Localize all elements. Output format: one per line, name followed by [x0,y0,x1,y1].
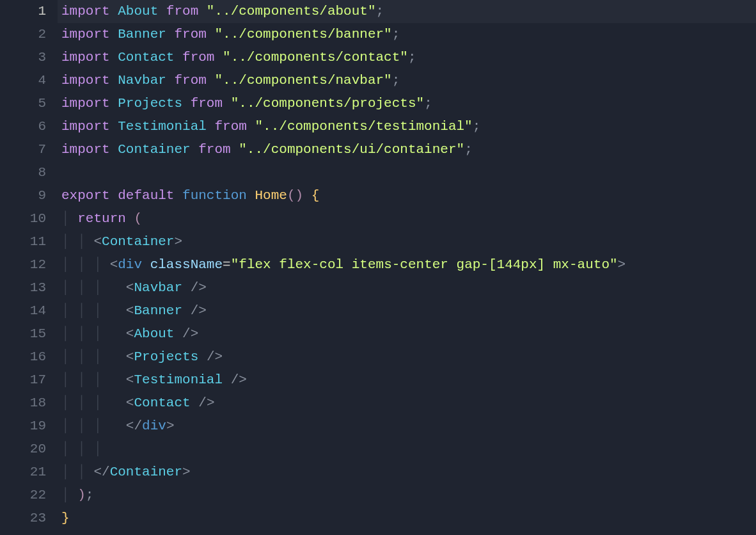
code-line[interactable]: │ │ │ <About /> [61,323,756,346]
code-line[interactable]: import Banner from "../components/banner… [61,23,756,46]
token: from [207,119,255,134]
code-line[interactable]: │ return ( [61,207,756,230]
code-line[interactable]: import About from "../components/about"; [58,0,756,23]
token [110,419,126,433]
token [110,372,126,387]
token: │ │ │ [61,395,110,410]
token: from [158,4,207,19]
token: │ [61,488,77,502]
code-line[interactable]: │ │ │ [61,438,756,461]
token: "../components/projects" [231,96,424,111]
line-number: 10 [0,207,46,230]
token: "../components/banner" [214,27,391,42]
line-number: 15 [0,323,46,346]
token: /> [223,372,247,387]
code-line[interactable]: │ │ │ <Testimonial /> [61,369,756,392]
token [110,326,126,341]
token: Testimonial [134,372,223,387]
token: Container [110,465,182,479]
token [110,303,126,318]
token: Container [118,142,190,157]
token: Contact [134,395,190,410]
token: from [191,142,239,157]
code-area[interactable]: import About from "../components/about";… [61,0,756,535]
token: < [126,326,134,341]
line-number: 3 [0,46,46,69]
code-line[interactable]: import Testimonial from "../components/t… [61,115,756,138]
code-line[interactable]: │ │ │ <Contact /> [61,392,756,415]
token: ; [392,27,400,42]
token: Container [102,234,174,249]
line-number: 7 [0,138,46,161]
line-number: 19 [0,415,46,438]
token: < [126,372,134,387]
line-number: 2 [0,23,46,46]
code-line[interactable]: import Navbar from "../components/navbar… [61,69,756,92]
token [110,280,126,295]
token: ; [424,96,432,111]
token: < [126,303,134,318]
code-line[interactable]: │ │ │ </div> [61,415,756,438]
line-number: 5 [0,92,46,115]
token: Contact [118,50,174,65]
token: │ [61,211,77,226]
token [110,395,126,410]
line-number: 22 [0,484,46,507]
code-line[interactable]: import Container from "../components/ui/… [61,138,756,161]
token: /> [198,349,223,364]
token: < [110,257,118,272]
code-line[interactable]: │ │ <Container> [61,230,756,253]
token: ; [464,142,473,157]
token: "flex flex-col items-center gap-[144px] … [231,257,618,272]
token: > [182,465,191,479]
code-line[interactable]: import Projects from "../components/proj… [61,92,756,115]
token: │ │ │ [61,442,102,456]
token: ; [473,119,481,134]
line-number: 1 [0,0,46,23]
token: │ │ [61,234,93,249]
token: import [61,50,118,65]
token: /> [191,395,215,410]
code-line[interactable] [61,161,756,184]
token: < [126,349,134,364]
token: │ │ │ [61,372,110,387]
code-line[interactable]: │ ); [61,484,756,507]
code-line[interactable]: │ │ </Container> [61,461,756,484]
token: │ │ │ [61,349,110,364]
token: ; [86,488,94,502]
token: About [118,4,158,19]
token: import [61,27,118,42]
token: ( [134,211,142,226]
token: < [126,395,134,410]
code-line[interactable]: } [61,507,756,530]
token: import [61,142,118,157]
code-line[interactable]: export default function Home() { [61,184,756,207]
code-line[interactable]: │ │ │ <Banner /> [61,299,756,323]
token: Projects [118,96,182,111]
line-number: 8 [0,161,46,184]
token: className [150,257,223,272]
code-line[interactable]: │ │ │ <Projects /> [61,346,756,369]
token: │ │ [61,465,93,479]
token: │ │ │ [61,257,110,272]
token: │ │ │ [61,419,110,433]
line-number: 13 [0,276,46,299]
token: { [311,188,320,203]
token: │ │ │ [61,280,110,295]
code-line[interactable]: │ │ │ <div className="flex flex-col item… [61,253,756,276]
code-line[interactable]: │ │ │ <Navbar /> [61,276,756,299]
token: Banner [118,27,166,42]
token: /> [182,303,207,318]
line-number: 4 [0,69,46,92]
token: </ [126,419,142,433]
token: < [93,234,102,249]
code-editor[interactable]: 1234567891011121314151617181920212223 im… [0,0,756,535]
token: Home [255,188,287,203]
token: from [182,96,231,111]
token: export [61,188,118,203]
line-number: 12 [0,253,46,276]
line-number: 6 [0,115,46,138]
code-line[interactable]: import Contact from "../components/conta… [61,46,756,69]
token: Testimonial [118,119,207,134]
token: from [166,73,215,88]
